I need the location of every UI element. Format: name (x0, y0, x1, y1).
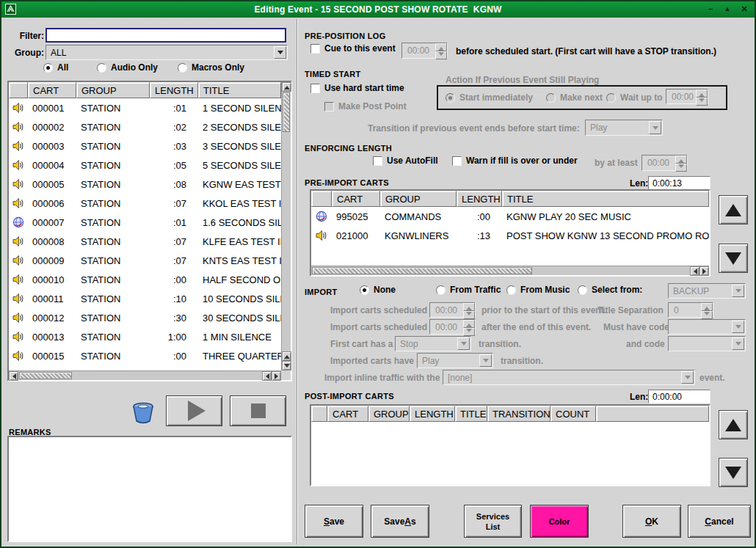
horizontal-scrollbar[interactable] (9, 370, 281, 380)
scrollbar-thumb[interactable] (312, 267, 532, 274)
spinner-up-icon[interactable] (463, 320, 475, 328)
warn-time-spinner[interactable]: 00:00 (641, 155, 688, 171)
vertical-scrollbar[interactable] (281, 82, 291, 370)
pre-import-move-down-button[interactable] (719, 244, 748, 273)
scroll-down-icon[interactable] (282, 361, 291, 370)
color-button[interactable]: Color (530, 505, 589, 538)
column-header-length[interactable]: LENGTH (457, 191, 502, 207)
cart-list-body[interactable]: 000001STATION:011 SECOND SILENCE000002ST… (9, 98, 281, 370)
table-row[interactable]: 000002STATION:022 SECONDS SILENCE (9, 117, 281, 136)
pre-import-cart-list[interactable]: CARTGROUPLENGTHTITLE 995025COMMANDS:00KG… (310, 189, 710, 277)
spinner-up-icon[interactable] (463, 303, 475, 311)
spinner-down-icon[interactable] (675, 164, 687, 172)
save-as-button[interactable]: Save As (371, 505, 429, 538)
column-header-cart[interactable]: CART (332, 191, 380, 207)
ok-button[interactable]: OK (622, 505, 681, 538)
select-from-select[interactable]: BACKUP (668, 283, 746, 299)
filter-radio-audio-only[interactable]: Audio Only (97, 62, 158, 73)
make-next-radio[interactable]: Make next (546, 92, 603, 103)
column-header-icon[interactable] (311, 406, 327, 422)
title-separation-spinner[interactable]: 0 (668, 302, 713, 318)
scroll-left-icon[interactable] (690, 266, 699, 276)
wait-up-to-radio[interactable]: Wait up to (606, 92, 663, 103)
start-immediately-radio[interactable]: Start immediately (446, 92, 533, 103)
post-import-move-up-button[interactable] (719, 410, 748, 439)
cue-time-spinner[interactable]: 00:00 (401, 43, 448, 59)
column-header-group[interactable]: GROUP (76, 82, 150, 98)
column-header-cart[interactable]: CART (327, 406, 368, 422)
save-button[interactable]: Save (305, 505, 363, 538)
scroll-up-icon[interactable] (282, 351, 291, 361)
table-row[interactable]: 000010STATION:00HALF SECOND OF SILENCE (9, 270, 281, 289)
spinner-up-icon[interactable] (701, 303, 713, 311)
minimize-icon[interactable] (705, 3, 716, 15)
column-header-transition[interactable]: TRANSITION (487, 406, 550, 422)
cue-to-event-checkbox[interactable]: Cue to this event (310, 43, 396, 54)
scrollbar-thumb[interactable] (19, 372, 72, 379)
column-header-icon[interactable] (9, 82, 28, 98)
post-import-body[interactable] (311, 422, 709, 485)
filter-input[interactable] (46, 28, 286, 43)
import-select-from-radio[interactable]: Select from: (578, 285, 642, 295)
sched-after-spinner[interactable]: 00:00 (429, 319, 476, 335)
column-header-title[interactable]: TITLE (502, 191, 709, 207)
spinner-down-icon[interactable] (696, 98, 708, 106)
table-row[interactable]: 995025COMMANDS:00KGNW PLAY 20 SEC MUSIC (311, 207, 709, 226)
group-select[interactable]: ALL (46, 45, 288, 60)
cart-list[interactable]: CARTGROUPLENGTHTITLE 000001STATION:011 S… (7, 81, 292, 381)
pre-import-body[interactable]: 995025COMMANDS:00KGNW PLAY 20 SEC MUSIC0… (311, 207, 709, 266)
spinner-up-icon[interactable] (675, 156, 687, 164)
must-have-code-select[interactable] (668, 319, 746, 335)
sched-prior-spinner[interactable]: 00:00 (429, 302, 476, 318)
horizontal-scrollbar[interactable] (311, 266, 709, 275)
table-row[interactable]: 000007STATION:011.6 SECONDS SILENCE (9, 213, 281, 232)
table-row[interactable]: 000006STATION:07KKOL EAS TEST IN (9, 194, 281, 213)
and-code-select[interactable] (668, 336, 746, 351)
post-import-cart-list[interactable]: CARTGROUPLENGTHTITLETRANSITIONCOUNT (310, 404, 710, 486)
spinner-down-icon[interactable] (463, 311, 475, 319)
table-row[interactable]: 000009STATION:07KNTS EAS TEST IN (9, 251, 281, 270)
column-header-length[interactable]: LENGTH (150, 82, 198, 98)
play-button[interactable] (166, 395, 222, 426)
scroll-left-icon[interactable] (262, 371, 272, 381)
table-row[interactable]: 000013STATION1:001 MIN SILENCE (9, 327, 281, 346)
table-row[interactable]: 000012STATION:3030 SECONDS SILENCE (9, 308, 281, 327)
import-from-traffic-radio[interactable]: From Traffic (436, 285, 501, 295)
scroll-left-icon[interactable] (9, 371, 18, 381)
import-from-music-radio[interactable]: From Music (506, 285, 570, 295)
autofill-checkbox[interactable]: Use AutoFill (373, 156, 438, 166)
hard-start-checkbox[interactable]: Use hard start time (310, 83, 404, 93)
column-header-group[interactable]: GROUP (368, 406, 410, 422)
pre-import-move-up-button[interactable] (719, 195, 748, 224)
inline-traffic-select[interactable]: [none] (443, 370, 695, 385)
post-import-move-down-button[interactable] (719, 458, 748, 487)
column-header-group[interactable]: GROUP (380, 191, 457, 207)
column-header-icon[interactable] (311, 191, 332, 207)
wait-time-spinner[interactable]: 00:00 (666, 89, 708, 104)
table-row[interactable]: 000015STATION:00THREE QUARTER SECOND (9, 346, 281, 365)
first-cart-transition-select[interactable]: Stop (395, 336, 471, 351)
column-header-title[interactable]: TITLE (455, 406, 487, 422)
column-header-length[interactable]: LENGTH (410, 406, 455, 422)
table-row[interactable]: 000004STATION:055 SECONDS SILENCE (9, 156, 281, 175)
table-row[interactable]: 000011STATION:1010 SECONDS SILENCE (9, 289, 281, 308)
maximize-icon[interactable] (722, 3, 733, 15)
filter-radio-all[interactable]: All (43, 62, 68, 73)
warn-fill-checkbox[interactable]: Warn if fill is over or under (452, 156, 578, 166)
spinner-down-icon[interactable] (701, 311, 713, 319)
scroll-up-icon[interactable] (282, 82, 291, 92)
filter-radio-macros-only[interactable]: Macros Only (178, 62, 244, 73)
scroll-right-icon[interactable] (272, 371, 281, 381)
scroll-right-icon[interactable] (699, 266, 709, 276)
stop-button[interactable] (230, 395, 286, 426)
titlebar[interactable]: Editing Event - 15 SECOND POST SHOW ROTA… (1, 1, 755, 18)
scrollbar-thumb[interactable] (283, 92, 290, 132)
remarks-textarea[interactable] (7, 436, 292, 542)
transition-select[interactable]: Play (585, 120, 663, 136)
table-row[interactable]: 021000KGNWLINERS:13POST SHOW KGNW 13 SEC… (311, 226, 709, 245)
column-header-cart[interactable]: CART (28, 82, 76, 98)
import-none-radio[interactable]: None (360, 285, 396, 295)
close-icon[interactable] (738, 3, 750, 15)
column-header-count[interactable]: COUNT (550, 406, 596, 422)
column-header-title[interactable]: TITLE (198, 82, 281, 98)
